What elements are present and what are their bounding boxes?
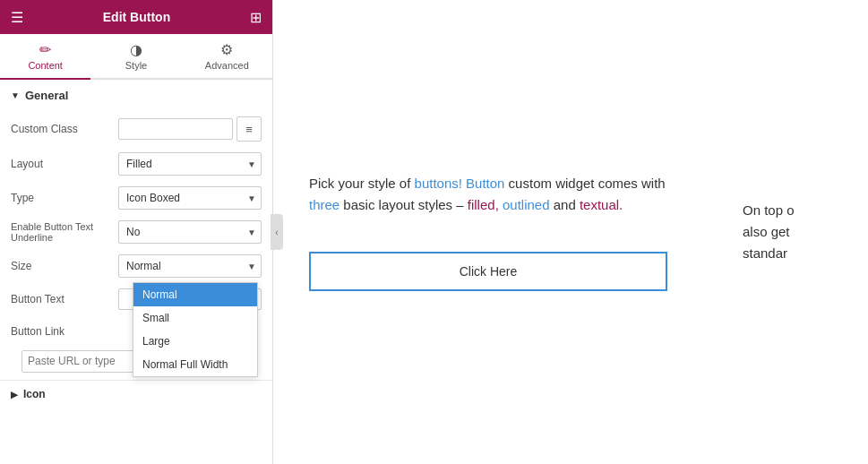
size-label: Size (11, 260, 118, 272)
type-control: Icon Boxed Normal Icon ▼ (118, 186, 262, 210)
size-dropdown: Normal Small Large Normal Full Width (133, 282, 258, 377)
size-option-full-width[interactable]: Normal Full Width (133, 353, 257, 376)
tab-content[interactable]: ✏ Content (0, 34, 90, 80)
style-icon: ◑ (130, 41, 142, 58)
content-description: Pick your style of buttons! Button custo… (309, 173, 685, 216)
layout-select-wrapper: Filled Outlined Textual ▼ (118, 152, 262, 176)
underline-label: Enable Button Text Underline (11, 221, 118, 243)
size-option-small[interactable]: Small (133, 306, 257, 330)
general-label: General (25, 89, 68, 102)
icon-arrow-icon: ▶ (11, 390, 18, 400)
underline-select[interactable]: No Yes (118, 220, 262, 244)
pink-word-textual: textual. (580, 197, 623, 212)
pink-word-filled: filled, (468, 197, 499, 212)
layout-row: Layout Filled Outlined Textual ▼ (0, 147, 272, 181)
tabs-bar: ✏ Content ◑ Style ⚙ Advanced (0, 34, 272, 80)
underline-control: No Yes ▼ (118, 220, 262, 244)
panel-title: Edit Button (103, 10, 170, 24)
type-row: Type Icon Boxed Normal Icon ▼ (0, 181, 272, 215)
tab-advanced[interactable]: ⚙ Advanced (182, 34, 272, 80)
icon-section-label: Icon (23, 388, 46, 400)
panel-collapse-handle[interactable]: ‹ (271, 214, 283, 250)
general-arrow-icon: ▼ (11, 90, 20, 100)
size-select[interactable]: Normal Small Large Normal Full Width (118, 254, 262, 278)
custom-class-label: Custom Class (11, 123, 118, 135)
grid-icon[interactable]: ⊞ (250, 9, 262, 26)
type-select[interactable]: Icon Boxed Normal Icon (118, 186, 262, 210)
layout-select[interactable]: Filled Outlined Textual (118, 152, 262, 176)
size-option-normal[interactable]: Normal (133, 283, 257, 306)
general-section-header[interactable]: ▼ General (0, 80, 272, 111)
left-panel: ☰ Edit Button ⊞ ✏ Content ◑ Style ⚙ Adva… (0, 0, 273, 464)
button-text-label: Button Text (11, 293, 118, 305)
size-select-wrapper: Normal Small Large Normal Full Width ▼ (118, 254, 262, 278)
right-content: Pick your style of buttons! Button custo… (273, 0, 868, 464)
blue-word-button: buttons! Button (415, 176, 505, 191)
icon-section-header[interactable]: ▶ Icon (0, 380, 272, 408)
content-icon: ✏ (39, 41, 51, 58)
type-select-wrapper: Icon Boxed Normal Icon ▼ (118, 186, 262, 210)
blue-word-three: three (309, 197, 339, 212)
red-arrow-icon: ← (269, 256, 272, 277)
underline-row: Enable Button Text Underline No Yes ▼ (0, 215, 272, 249)
panel-header: ☰ Edit Button ⊞ (0, 0, 272, 34)
type-label: Type (11, 192, 118, 204)
button-link-label: Button Link (11, 325, 118, 338)
custom-class-input[interactable] (118, 118, 233, 140)
custom-class-row: Custom Class ≡ (0, 111, 272, 147)
menu-icon[interactable]: ☰ (11, 9, 23, 26)
underline-select-wrapper: No Yes ▼ (118, 220, 262, 244)
layout-label: Layout (11, 158, 118, 170)
tab-style[interactable]: ◑ Style (90, 34, 181, 80)
custom-class-icon-btn[interactable]: ≡ (236, 116, 262, 142)
size-option-large[interactable]: Large (133, 330, 257, 353)
far-right-text: On top oalso getstandar (743, 200, 868, 264)
custom-class-control: ≡ (118, 116, 262, 142)
size-row: Size Normal Small Large Normal Full Widt… (0, 249, 272, 283)
advanced-icon: ⚙ (220, 41, 233, 58)
click-here-button[interactable]: Click Here (309, 252, 667, 291)
panel-body: ▼ General Custom Class ≡ Layout Filled O… (0, 80, 272, 464)
size-control: Normal Small Large Normal Full Width ▼ ← (118, 254, 262, 278)
blue-word-outlined: outlined (503, 197, 550, 212)
layout-control: Filled Outlined Textual ▼ (118, 152, 262, 176)
